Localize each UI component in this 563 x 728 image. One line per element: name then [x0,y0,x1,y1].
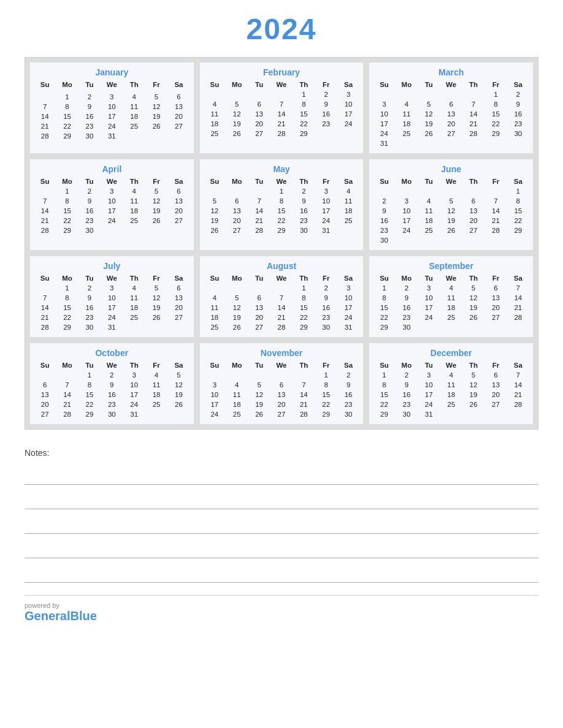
day-cell: 2 [293,186,315,196]
day-header: Sa [167,273,190,283]
month-name-november: November [204,348,360,358]
day-cell: 3 [101,283,123,293]
day-cell: 25 [440,400,462,409]
day-cell [440,409,462,419]
year-title: 2024 [25,12,538,46]
month-box-january: JanuarySuMoTuWeThFrSa1234567891011121314… [30,63,194,153]
day-cell: 22 [79,400,101,409]
day-cell: 25 [337,216,359,226]
day-cell: 10 [101,196,123,206]
day-cell: 27 [167,121,190,131]
day-cell: 6 [34,380,56,390]
day-header: Su [373,176,395,186]
day-cell: 10 [418,380,440,390]
day-cell [204,370,226,380]
day-cell: 23 [79,313,101,322]
day-cell: 18 [226,400,248,409]
month-table-april: SuMoTuWeThFrSa12345678910111213141516171… [34,176,190,235]
day-cell: 17 [337,303,359,313]
day-cell [507,235,529,245]
day-cell: 29 [56,322,78,332]
month-table-july: SuMoTuWeThFrSa12345678910111213141516171… [34,273,190,332]
day-cell: 3 [315,186,337,196]
day-cell [145,226,167,235]
day-cell: 8 [293,293,315,303]
day-header: We [101,360,123,370]
day-cell: 25 [418,226,440,235]
day-cell: 11 [396,109,418,119]
day-cell: 4 [337,186,359,196]
day-cell: 13 [226,206,248,216]
day-cell: 11 [440,293,462,303]
month-box-july: JulySuMoTuWeThFrSa1234567891011121314151… [30,256,194,337]
day-header: Sa [337,360,359,370]
day-header: We [270,176,293,186]
day-cell [462,409,484,419]
day-cell: 8 [56,102,78,112]
day-cell [373,186,395,196]
day-cell: 26 [248,409,270,419]
day-header: Mo [56,273,78,283]
month-box-april: AprilSuMoTuWeThFrSa123456789101112131415… [30,159,194,250]
day-cell [440,138,462,148]
day-cell: 21 [56,400,78,409]
day-header: We [101,273,123,283]
day-cell: 28 [248,226,270,235]
day-cell: 8 [315,380,337,390]
day-cell: 4 [123,186,145,196]
day-cell [226,283,248,293]
day-cell [248,89,270,99]
day-cell: 19 [418,119,440,129]
day-cell: 16 [337,390,359,400]
day-header: Mo [226,80,248,89]
day-cell: 15 [270,206,293,216]
day-header: Sa [507,273,529,283]
day-cell: 14 [507,293,529,303]
day-cell: 2 [396,370,418,380]
day-cell: 13 [167,102,190,112]
day-cell: 1 [56,92,78,102]
day-cell: 28 [270,129,293,138]
day-cell: 16 [79,206,101,216]
day-cell: 4 [440,283,462,293]
day-cell: 27 [167,313,190,322]
day-cell: 20 [440,119,462,129]
day-cell: 24 [337,119,359,129]
day-cell: 12 [248,390,270,400]
day-cell: 21 [293,400,315,409]
day-header: Su [373,80,395,89]
day-cell: 23 [293,216,315,226]
day-cell: 22 [293,313,315,322]
day-cell [167,226,190,235]
day-cell: 1 [373,370,395,380]
day-cell: 6 [167,283,190,293]
day-cell [226,186,248,196]
day-cell: 9 [79,102,101,112]
day-header: Su [34,176,56,186]
day-header: Su [204,360,226,370]
day-cell: 28 [34,322,56,332]
day-cell: 4 [226,380,248,390]
day-header: Fr [484,360,507,370]
day-cell: 9 [79,293,101,303]
day-header: Su [373,273,395,283]
day-cell: 7 [34,196,56,206]
day-header: Th [462,360,484,370]
day-cell: 29 [373,322,395,332]
day-cell: 9 [101,380,123,390]
day-cell: 22 [56,216,78,226]
day-cell: 26 [204,226,226,235]
day-cell [204,89,226,99]
month-name-december: December [373,348,529,358]
day-cell [396,138,418,148]
day-cell: 26 [418,129,440,138]
day-header: Th [462,273,484,283]
day-cell: 30 [315,322,337,332]
day-cell: 5 [145,186,167,196]
day-cell: 26 [226,129,248,138]
day-cell: 5 [248,380,270,390]
day-cell: 14 [507,380,529,390]
notes-line-4 [25,536,538,558]
day-cell: 11 [204,109,226,119]
day-cell: 2 [373,196,395,206]
